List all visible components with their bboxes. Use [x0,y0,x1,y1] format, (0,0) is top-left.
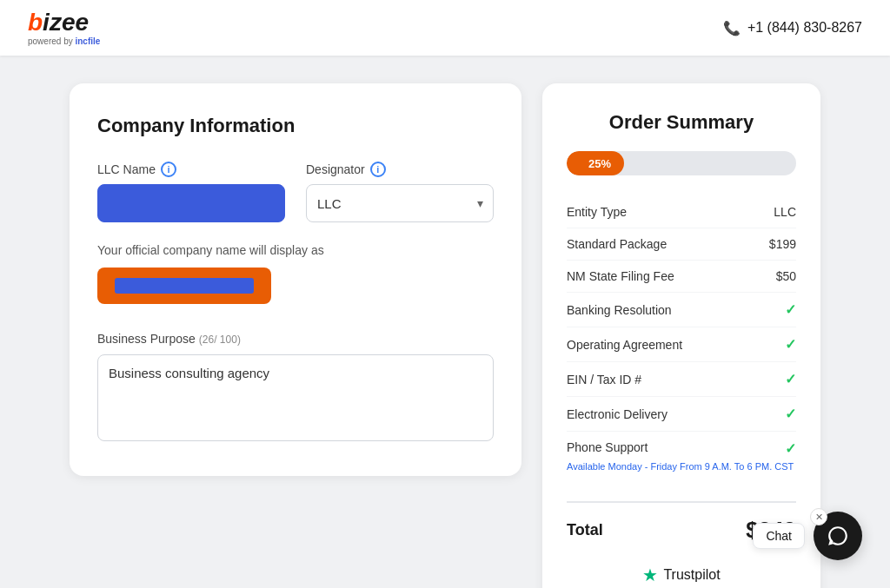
form-row-names: LLC Name i Designator i LLC L.L.C. Limit… [97,162,494,222]
llc-name-input[interactable] [97,184,285,222]
chat-row: Chat ✕ [753,512,862,560]
trustpilot-label: Trustpilot [663,567,720,583]
phone-support-note: Available Monday - Friday From 9 A.M. To… [567,460,794,480]
trustpilot-star-icon: ★ [642,565,658,585]
designator-label: Designator i [306,162,494,177]
official-name-text [115,278,254,294]
llc-name-label: LLC Name i [97,162,285,177]
main-content: Company Information LLC Name i Designato… [0,56,890,588]
order-item-ein: EIN / Tax ID # ✓ [567,362,796,397]
order-item-filing-fee: NM State Filing Fee $50 [567,261,796,293]
business-purpose-label: Business Purpose(26/ 100) [97,332,494,346]
order-item-banking-resolution: Banking Resolution ✓ [567,293,796,327]
trustpilot-logo: ★ Trustpilot [642,565,720,585]
phone-area[interactable]: 📞 +1 (844) 830-8267 [723,20,862,36]
order-item-entity-type: Entity Type LLC [567,196,796,228]
check-icon-electronic: ✓ [785,406,796,422]
order-item-operating-agreement: Operating Agreement ✓ [567,327,796,362]
designator-group: Designator i LLC L.L.C. Limited Liabilit… [306,162,494,222]
trustpilot-area: ★ Trustpilot ★ ★ ★ ★ ★ [567,565,796,588]
check-icon-ein: ✓ [785,371,796,387]
order-item-phone-support: Phone Support ✓ Available Monday - Frida… [567,432,796,484]
form-title: Company Information [97,115,494,137]
total-label: Total [567,521,603,539]
order-item-electronic-delivery: Electronic Delivery ✓ [567,397,796,432]
llc-name-info-icon[interactable]: i [161,162,176,177]
progress-bar: 25% [567,151,796,175]
char-count: (26/ 100) [199,334,241,346]
check-icon-operating: ✓ [785,336,796,353]
business-purpose-group: Business Purpose(26/ 100) Business consu… [97,332,494,445]
phone-number: +1 (844) 830-8267 [747,20,862,36]
logo: bizee powered by incfile [28,10,100,46]
check-icon-banking: ✓ [785,301,796,318]
header: bizee powered by incfile 📞 +1 (844) 830-… [0,0,890,56]
check-icon-phone: ✓ [785,440,796,457]
designator-select[interactable]: LLC L.L.C. Limited Liability Company [306,184,494,222]
chat-widget: Chat ✕ [753,512,862,560]
order-summary-title: Order Summary [567,111,796,134]
close-chat-icon[interactable]: ✕ [810,508,827,525]
official-name-label: Your official company name will display … [97,243,494,257]
llc-name-group: LLC Name i [97,162,285,222]
designator-info-icon[interactable]: i [370,162,386,177]
chat-label: Chat [753,523,805,549]
form-card: Company Information LLC Name i Designato… [70,83,521,476]
progress-label: 25% [580,157,611,170]
chat-icon [827,525,849,547]
logo-text: bizee [28,10,100,35]
order-item-standard-package: Standard Package $199 [567,228,796,261]
progress-bar-fill: 25% [567,151,624,175]
designator-select-wrapper: LLC L.L.C. Limited Liability Company ▾ [306,184,494,222]
logo-powered: powered by incfile [28,36,100,46]
business-purpose-textarea[interactable]: Business consulting agency [97,354,494,441]
phone-icon: 📞 [723,20,741,36]
official-name-display [97,268,271,304]
order-items: Entity Type LLC Standard Package $199 NM… [567,196,796,484]
